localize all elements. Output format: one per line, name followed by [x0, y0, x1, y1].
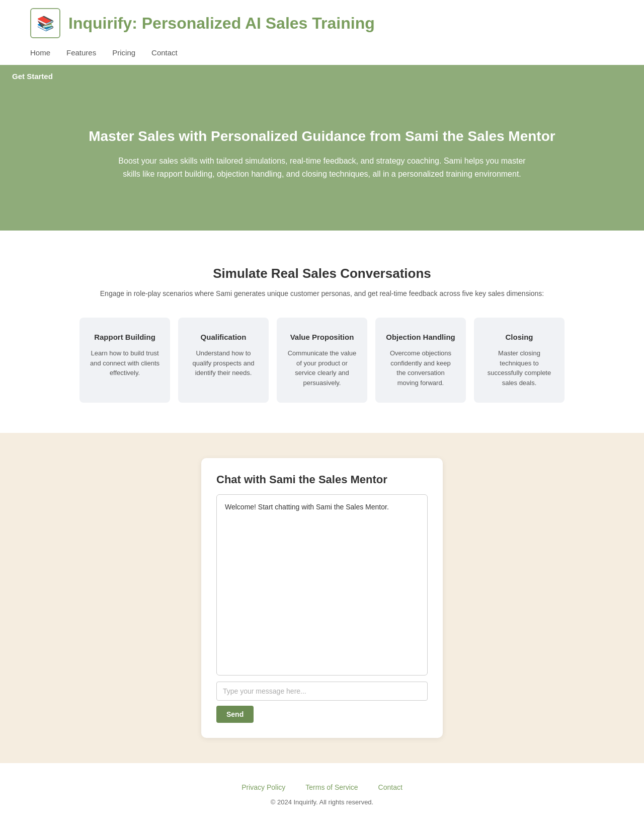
- chat-heading: Chat with Sami the Sales Mentor: [216, 473, 428, 486]
- contact-link[interactable]: Contact: [378, 783, 403, 791]
- card-rapport-desc: Learn how to build trust and connect wit…: [90, 348, 160, 378]
- terms-of-service-link[interactable]: Terms of Service: [305, 783, 358, 791]
- nav-features[interactable]: Features: [66, 48, 96, 57]
- chat-welcome-message: Welcome! Start chatting with Sami the Sa…: [225, 503, 419, 511]
- simulate-section: Simulate Real Sales Conversations Engage…: [0, 231, 644, 433]
- header-top: 📚 Inquirify: Personalized AI Sales Train…: [30, 8, 614, 38]
- get-started-button[interactable]: Get Started: [12, 72, 53, 81]
- send-button[interactable]: Send: [216, 706, 254, 723]
- simulate-subtitle: Engage in role-play scenarios where Sami…: [30, 289, 614, 297]
- card-qualification-desc: Understand how to qualify prospects and …: [188, 348, 259, 378]
- hero-description: Boost your sales skills with tailored si…: [116, 155, 528, 180]
- card-value-prop-desc: Communicate the value of your product or…: [287, 348, 357, 388]
- get-started-bar: Get Started: [0, 65, 644, 88]
- logo-icon: 📚: [37, 15, 54, 32]
- footer-links: Privacy Policy Terms of Service Contact: [30, 783, 614, 791]
- privacy-policy-link[interactable]: Privacy Policy: [242, 783, 285, 791]
- logo: 📚: [30, 8, 60, 38]
- card-closing-title: Closing: [484, 333, 554, 341]
- main-nav: Home Features Pricing Contact: [30, 44, 614, 61]
- header: 📚 Inquirify: Personalized AI Sales Train…: [0, 0, 644, 88]
- card-closing: Closing Master closing techniques to suc…: [474, 318, 565, 403]
- nav-home[interactable]: Home: [30, 48, 50, 57]
- chat-input[interactable]: [216, 682, 428, 701]
- card-objection: Objection Handling Overcome objections c…: [375, 318, 466, 403]
- copyright: © 2024 Inquirify. All rights reserved.: [30, 798, 614, 806]
- hero-section: Master Sales with Personalized Guidance …: [0, 88, 644, 231]
- card-rapport-title: Rapport Building: [90, 333, 160, 341]
- hero-heading: Master Sales with Personalized Guidance …: [30, 128, 614, 144]
- card-objection-title: Objection Handling: [385, 333, 456, 341]
- site-title: Inquirify: Personalized AI Sales Trainin…: [68, 14, 375, 33]
- simulate-heading: Simulate Real Sales Conversations: [30, 266, 614, 281]
- footer: Privacy Policy Terms of Service Contact …: [0, 763, 644, 816]
- chat-section-wrapper: Chat with Sami the Sales Mentor Welcome!…: [0, 433, 644, 763]
- card-value-prop-title: Value Proposition: [287, 333, 357, 341]
- card-objection-desc: Overcome objections confidently and keep…: [385, 348, 456, 388]
- nav-contact[interactable]: Contact: [151, 48, 178, 57]
- card-qualification-title: Qualification: [188, 333, 259, 341]
- card-rapport: Rapport Building Learn how to build trus…: [79, 318, 170, 403]
- card-qualification: Qualification Understand how to qualify …: [178, 318, 269, 403]
- cards-row: Rapport Building Learn how to build trus…: [30, 318, 614, 403]
- nav-pricing[interactable]: Pricing: [112, 48, 135, 57]
- card-value-prop: Value Proposition Communicate the value …: [277, 318, 367, 403]
- chat-container: Chat with Sami the Sales Mentor Welcome!…: [201, 458, 443, 738]
- card-closing-desc: Master closing techniques to successfull…: [484, 348, 554, 388]
- chat-window: Welcome! Start chatting with Sami the Sa…: [216, 494, 428, 676]
